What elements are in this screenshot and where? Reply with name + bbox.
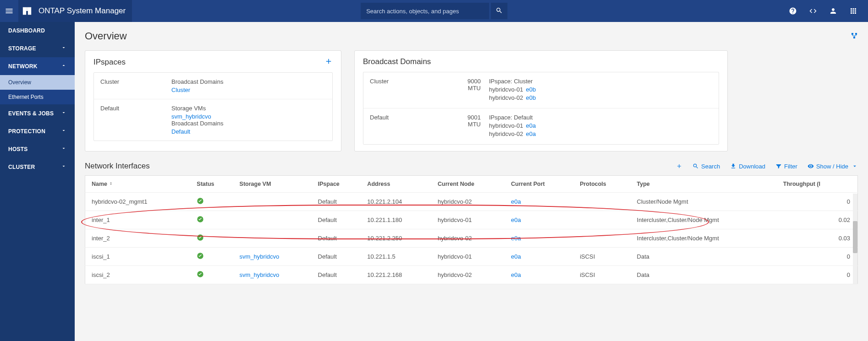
cell-status [192, 229, 235, 248]
code-button[interactable] [804, 2, 822, 20]
sidebar-sub-overview[interactable]: Overview [0, 75, 75, 90]
status-ok-icon [197, 272, 204, 279]
chevron-down-icon [61, 110, 66, 117]
global-search [361, 3, 507, 19]
chevron-down-icon [61, 45, 66, 52]
sidebar-item-hosts[interactable]: HOSTS [0, 140, 75, 158]
table-row[interactable]: hybridcvo-02_mgmt1Default10.221.2.104hyb… [85, 193, 858, 211]
col-status[interactable]: Status [192, 176, 235, 193]
bd-port-link[interactable]: e0b [526, 86, 536, 93]
add-interface-button[interactable] [676, 163, 682, 169]
network-interfaces-table: Name Status Storage VM IPspace Address C… [85, 175, 858, 284]
port-link[interactable]: e0a [511, 217, 521, 223]
cell-status [192, 248, 235, 266]
port-link[interactable]: e0a [511, 198, 521, 205]
bd-port-link[interactable]: e0a [526, 122, 536, 129]
cell-curnode: hybridcvo-01 [433, 211, 506, 229]
search-input[interactable] [361, 3, 489, 19]
scrollbar-thumb[interactable] [853, 221, 857, 253]
col-curport[interactable]: Current Port [506, 176, 575, 193]
cell-svm: svm_hybridcvo [235, 266, 313, 284]
broadcast-domains-card: Broadcast Domains Cluster9000 MTUIPspace… [354, 50, 728, 152]
user-button[interactable] [824, 2, 842, 20]
ipspace-link[interactable]: svm_hybridcvo [171, 113, 326, 120]
ipspace-row[interactable]: ClusterBroadcast DomainsCluster [94, 73, 332, 99]
logo-block[interactable]: ONTAP System Manager [18, 0, 132, 22]
help-button[interactable] [784, 2, 802, 20]
main-content: Overview IPspaces ClusterBroadcast Domai… [75, 22, 868, 341]
cell-curport: e0a [506, 248, 575, 266]
sidebar-item-network[interactable]: NETWORK [0, 57, 75, 75]
cell-curnode: hybridcvo-02 [433, 229, 506, 248]
cell-throughput: 0 [779, 193, 858, 211]
bd-port-link[interactable]: e0a [526, 130, 536, 137]
cell-svm [235, 211, 313, 229]
broadcast-domains-title: Broadcast Domains [363, 57, 431, 66]
filter-button[interactable]: Filter [775, 163, 797, 170]
bd-port-link[interactable]: e0b [526, 94, 536, 101]
col-svm[interactable]: Storage VM [235, 176, 313, 193]
ipspace-block-label: Broadcast Domains [171, 120, 326, 127]
cell-name: iscsi_2 [85, 266, 192, 284]
svm-link[interactable]: svm_hybridcvo [240, 253, 280, 260]
table-row[interactable]: inter_1Default10.221.1.180hybridcvo-01e0… [85, 211, 858, 229]
ipspace-link[interactable]: Default [171, 128, 326, 135]
col-address[interactable]: Address [363, 176, 433, 193]
svg-rect-1 [28, 7, 31, 15]
cell-protocols [575, 229, 632, 248]
col-throughput[interactable]: Throughput (I [779, 176, 858, 193]
bd-node: hybridcvo-01 [489, 122, 523, 129]
apps-button[interactable] [844, 2, 863, 20]
cell-type: Intercluster,Cluster/Node Mgmt [632, 229, 779, 248]
ipspace-link[interactable]: Cluster [171, 87, 326, 93]
table-row[interactable]: iscsi_1svm_hybridcvoDefault10.221.1.5hyb… [85, 248, 858, 266]
col-name[interactable]: Name [85, 176, 192, 193]
sidebar-item-cluster[interactable]: CLUSTER [0, 158, 75, 176]
port-link[interactable]: e0a [511, 271, 521, 278]
search-button[interactable] [491, 3, 507, 19]
col-curnode[interactable]: Current Node [433, 176, 506, 193]
show-hide-button[interactable]: Show / Hide [808, 163, 858, 170]
sort-icon [109, 181, 113, 186]
table-row[interactable]: iscsi_2svm_hybridcvoDefault10.221.2.168h… [85, 266, 858, 284]
search-interfaces-button[interactable]: Search [692, 163, 720, 170]
cell-type: Data [632, 266, 779, 284]
add-ipspace-button[interactable] [324, 57, 333, 67]
col-ipspace[interactable]: IPspace [313, 176, 363, 193]
col-protocols[interactable]: Protocols [575, 176, 632, 193]
cell-address: 10.221.1.180 [363, 211, 433, 229]
ipspace-block-label: Broadcast Domains [171, 78, 326, 85]
ipspaces-card: IPspaces ClusterBroadcast DomainsCluster… [85, 50, 341, 152]
port-link[interactable]: e0a [511, 253, 521, 260]
sidebar-sub-ethernet-ports[interactable]: Ethernet Ports [0, 90, 75, 104]
sidebar-item-events-jobs[interactable]: EVENTS & JOBS [0, 104, 75, 122]
eye-icon [808, 163, 814, 169]
table-row[interactable]: inter_2Default10.221.2.250hybridcvo-02e0… [85, 229, 858, 248]
menu-toggle-button[interactable] [0, 0, 18, 22]
bd-name: Cluster [370, 78, 459, 103]
status-ok-icon [197, 217, 204, 224]
bd-mtu: 9001 MTU [459, 114, 489, 139]
ipspaces-title: IPspaces [93, 58, 126, 67]
network-interfaces-title: Network Interfaces [85, 162, 150, 171]
broadcast-domain-row[interactable]: Cluster9000 MTUIPspace: Clusterhybridcvo… [363, 72, 719, 108]
cell-protocols: iSCSI [575, 248, 632, 266]
svm-link[interactable]: svm_hybridcvo [240, 271, 280, 278]
cell-address: 10.221.2.104 [363, 193, 433, 211]
port-link[interactable]: e0a [511, 235, 521, 242]
ipspace-row[interactable]: DefaultStorage VMssvm_hybridcvoBroadcast… [94, 99, 332, 141]
filter-icon [775, 163, 782, 169]
search-icon [495, 7, 503, 14]
sidebar-item-dashboard[interactable]: DASHBOARD [0, 22, 75, 39]
broadcast-domain-row[interactable]: Default9001 MTUIPspace: Defaulthybridcvo… [363, 108, 719, 144]
cell-curnode: hybridcvo-02 [433, 193, 506, 211]
code-icon [809, 7, 817, 15]
sidebar-item-protection[interactable]: PROTECTION [0, 122, 75, 140]
download-button[interactable]: Download [730, 163, 765, 170]
sidebar-item-storage[interactable]: STORAGE [0, 39, 75, 57]
chevron-down-icon [61, 163, 66, 170]
topology-button[interactable] [851, 32, 858, 41]
cell-address: 10.221.2.250 [363, 229, 433, 248]
col-type[interactable]: Type [632, 176, 779, 193]
cell-status [192, 266, 235, 284]
